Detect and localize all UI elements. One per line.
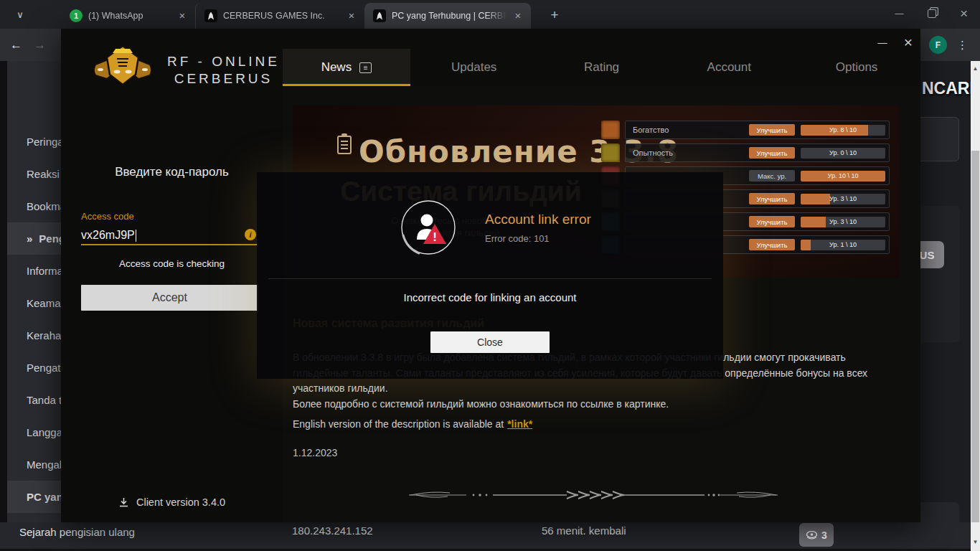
text-caret bbox=[136, 230, 136, 242]
english-link[interactable]: *link* bbox=[507, 418, 532, 430]
tab-favicon bbox=[204, 9, 217, 22]
page-gutter bbox=[0, 61, 7, 551]
access-code-input[interactable]: vx26mJ9P bbox=[81, 227, 258, 245]
stat-icon bbox=[601, 143, 620, 162]
stat-progress-bar: Ур. 8 \ 10 bbox=[801, 125, 885, 136]
stat-progress-bar: Ур. 1 \ 10 bbox=[801, 240, 885, 250]
time-remaining: 56 menit. kembali bbox=[542, 524, 626, 537]
modal-error-code: Error code: 101 bbox=[485, 233, 550, 244]
improve-button[interactable]: Улучшить bbox=[749, 216, 795, 227]
access-code-status: Access code is checking bbox=[61, 258, 283, 269]
stat-progress-bar: Ур. 0 \ 10 bbox=[801, 148, 885, 159]
launcher-nav-tab[interactable]: Rating bbox=[538, 49, 666, 86]
guild-stat-row: Опытность Улучшить Ур. 0 \ 10 bbox=[601, 143, 890, 162]
browser-toolbar-right: F bbox=[920, 29, 980, 61]
launcher-nav-tab[interactable]: Options bbox=[793, 49, 920, 86]
scrollbar-thumb[interactable] bbox=[971, 151, 979, 522]
stat-progress-bar: Ур. 3 \ 10 bbox=[801, 194, 885, 204]
launcher-nav-tab[interactable]: Account bbox=[665, 49, 793, 86]
views-button[interactable]: 3 bbox=[799, 523, 834, 547]
browser-minimize-button[interactable] bbox=[883, 0, 915, 27]
browser-close-button[interactable] bbox=[948, 0, 980, 27]
launcher-window: RF - ONLINE CERBERUS News Updates Rating… bbox=[61, 29, 920, 522]
guild-stat-row: Богатство Улучшить Ур. 8 \ 10 bbox=[601, 121, 890, 139]
improve-button[interactable]: Улучшить bbox=[749, 147, 795, 159]
forward-icon[interactable]: → bbox=[34, 38, 46, 52]
new-tab-button[interactable] bbox=[545, 6, 564, 24]
svg-text:!: ! bbox=[433, 230, 437, 244]
browser-tab[interactable]: PC yang Terhubung | CERBERUS bbox=[364, 3, 531, 29]
cerberus-logo bbox=[88, 43, 157, 92]
browser-tab-bar: 1 (1) WhatsApp CERBERUS GAMES Inc. PC ya… bbox=[0, 0, 980, 29]
launcher-nav-tab[interactable]: Updates bbox=[410, 49, 538, 86]
improve-button[interactable]: Улучшить bbox=[749, 193, 795, 204]
account-error-icon: ! bbox=[397, 198, 459, 263]
tab-favicon bbox=[373, 9, 386, 22]
improve-button[interactable]: Улучшить bbox=[749, 124, 795, 136]
tab-close-icon[interactable] bbox=[176, 10, 188, 22]
ip-address: 180.243.241.152 bbox=[292, 524, 373, 537]
launcher-nav-tab[interactable]: News bbox=[283, 49, 410, 86]
article-date: 1.12.2023 bbox=[293, 447, 337, 458]
english-note: English version of the description is av… bbox=[293, 418, 532, 430]
tab-favicon: 1 bbox=[70, 9, 83, 22]
tab-close-icon[interactable] bbox=[512, 10, 524, 22]
tab-close-icon[interactable] bbox=[346, 10, 357, 22]
tab-title: (1) WhatsApp bbox=[88, 11, 171, 21]
tab-title: CERBERUS GAMES Inc. bbox=[223, 11, 340, 21]
page-scrollbar[interactable]: ▲ ▼ bbox=[971, 61, 980, 551]
chevron-right-icon: » bbox=[27, 232, 32, 245]
scroll-up-icon[interactable]: ▲ bbox=[971, 62, 980, 74]
download-icon bbox=[118, 497, 129, 508]
brand-title: RF - ONLINE CERBERUS bbox=[167, 53, 280, 88]
sidebar-item-sejarah[interactable]: Sejarah pengisian ulang bbox=[19, 526, 135, 538]
stat-progress-bar: Ур. 3 \ 10 bbox=[801, 217, 885, 227]
stat-icon bbox=[601, 121, 620, 139]
modal-message: Incorrect code for linking an account bbox=[257, 291, 723, 303]
accept-button[interactable]: Accept bbox=[81, 285, 258, 311]
scroll-down-icon[interactable]: ▼ bbox=[971, 536, 980, 547]
modal-divider bbox=[268, 278, 712, 279]
account-link-error-modal: ! Account link error Error code: 101 Inc… bbox=[257, 172, 723, 379]
browser-menu-icon[interactable] bbox=[957, 39, 968, 52]
news-icon bbox=[359, 62, 372, 73]
stat-progress-bar: Ур. 10 \ 10 bbox=[801, 171, 885, 182]
browser-tab[interactable]: 1 (1) WhatsApp bbox=[61, 3, 195, 29]
improve-button[interactable]: Улучшить bbox=[749, 239, 795, 250]
access-code-label: Access code bbox=[81, 211, 134, 222]
browser-toolbar-left: ← → bbox=[0, 29, 61, 61]
browser-tab[interactable]: CERBERUS GAMES Inc. bbox=[195, 3, 364, 29]
clipboard-icon bbox=[337, 136, 352, 154]
info-icon[interactable]: i bbox=[245, 229, 256, 240]
client-version: Client version 3.4.0 bbox=[61, 496, 283, 508]
webpage-heading-fragment: NCARI bbox=[922, 79, 974, 98]
browser-restore-button[interactable] bbox=[915, 0, 948, 27]
close-button[interactable]: Close bbox=[430, 331, 550, 353]
tab-title: PC yang Terhubung | CERBERUS bbox=[392, 11, 507, 21]
profile-avatar[interactable]: F bbox=[929, 36, 947, 54]
modal-title: Account link error bbox=[485, 212, 591, 227]
back-icon[interactable]: ← bbox=[10, 38, 22, 52]
eye-icon bbox=[806, 531, 818, 540]
improve-button[interactable]: Макс. ур. bbox=[749, 170, 795, 182]
tab-search-chevron-icon[interactable] bbox=[10, 4, 30, 24]
code-panel-title: Введите код-пароль bbox=[61, 165, 283, 179]
divider-ornament bbox=[403, 488, 783, 505]
